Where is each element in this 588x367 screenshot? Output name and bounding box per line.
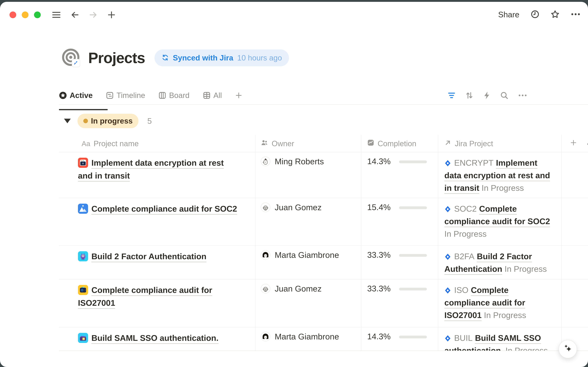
sync-icon bbox=[162, 54, 169, 62]
forward-icon[interactable] bbox=[89, 11, 97, 19]
table-row[interactable]: Build SAML SSO authentication. Marta Gia… bbox=[59, 327, 588, 351]
jira-project-cell[interactable]: B2FABuild 2 Factor Authentication In Pro… bbox=[438, 246, 562, 279]
close-window-button[interactable] bbox=[9, 11, 16, 18]
completion-percent: 15.4% bbox=[367, 202, 394, 212]
app-window: Share Proj bbox=[0, 2, 588, 367]
sync-badge-label: Synced with Jira bbox=[173, 53, 233, 62]
owner-name: Marta Giambrone bbox=[275, 250, 339, 260]
active-tab-underline bbox=[59, 109, 108, 110]
project-title-link[interactable]: Build SAML SSO authentication. bbox=[91, 333, 218, 344]
updates-clock-icon[interactable] bbox=[531, 10, 539, 19]
completion-percent: 33.3% bbox=[367, 250, 394, 259]
table-row[interactable]: Complete compliance audit for ISO27001 J… bbox=[59, 279, 588, 327]
owner-cell[interactable]: Marta Giambrone bbox=[255, 246, 361, 279]
filter-icon[interactable] bbox=[448, 92, 455, 99]
jira-sync-badge[interactable]: Synced with Jira 10 hours ago bbox=[155, 50, 289, 66]
project-name-cell[interactable]: Build 2 Factor Authentication bbox=[59, 246, 255, 279]
add-view-button[interactable] bbox=[235, 92, 242, 99]
progress-bar bbox=[399, 336, 427, 338]
jira-key: ENCRYPT bbox=[454, 158, 494, 167]
tab-board[interactable]: Board bbox=[158, 91, 190, 100]
table-row[interactable]: Implement data encryption at rest and in… bbox=[59, 152, 588, 198]
jira-status: In Progress bbox=[444, 229, 487, 238]
table-view-icon bbox=[203, 92, 211, 99]
external-arrow-icon bbox=[444, 139, 451, 148]
project-title-link[interactable]: Complete compliance audit for SOC2 bbox=[91, 204, 237, 215]
owner-cell[interactable]: Ming Roberts bbox=[255, 152, 361, 198]
favorite-star-icon[interactable] bbox=[551, 10, 560, 19]
sort-icon[interactable] bbox=[465, 91, 473, 100]
table-options-icon[interactable] bbox=[587, 139, 588, 148]
project-title-link[interactable]: Complete compliance audit for ISO27001 bbox=[78, 285, 212, 309]
projects-table: Aa Project name Owner Completion Jira P bbox=[59, 135, 588, 351]
sync-badge-time: 10 hours ago bbox=[237, 53, 282, 62]
completion-cell[interactable]: 33.3% bbox=[361, 279, 438, 327]
jira-logo-icon bbox=[444, 251, 451, 258]
search-icon[interactable] bbox=[500, 91, 508, 100]
collapse-group-icon[interactable] bbox=[64, 119, 71, 123]
jira-status: In Progress bbox=[505, 264, 547, 274]
jira-project-cell[interactable]: SOC2Complete compliance audit for SOC2 I… bbox=[438, 198, 562, 245]
project-name-cell[interactable]: Implement data encryption at rest and in… bbox=[59, 152, 255, 198]
avatar-marta bbox=[261, 332, 270, 342]
view-options-icon[interactable] bbox=[518, 93, 527, 98]
page-icon-target[interactable] bbox=[61, 48, 82, 68]
more-options-icon[interactable] bbox=[571, 12, 580, 17]
monster-emoji-icon bbox=[78, 251, 88, 261]
tab-label: Active bbox=[70, 91, 93, 100]
group-status-badge[interactable]: In progress bbox=[77, 114, 138, 128]
sidebar-menu-icon[interactable] bbox=[52, 11, 61, 18]
completion-cell[interactable]: 15.4% bbox=[361, 198, 438, 245]
project-name-cell[interactable]: Complete compliance audit for SOC2 bbox=[59, 198, 255, 245]
jira-logo-icon bbox=[444, 157, 451, 164]
tab-label: All bbox=[214, 91, 222, 100]
avatar-marta bbox=[261, 250, 270, 260]
tab-all[interactable]: All bbox=[203, 91, 222, 100]
column-header-completion[interactable]: Completion bbox=[361, 135, 438, 152]
safe-emoji-icon bbox=[78, 158, 88, 168]
jira-project-cell[interactable]: ENCRYPTImplement data encryption at rest… bbox=[438, 152, 562, 198]
completion-cell[interactable]: 14.3% bbox=[361, 327, 438, 351]
table-row[interactable]: Complete compliance audit for SOC2 Juan … bbox=[59, 198, 588, 246]
cardbox-emoji-icon bbox=[78, 333, 88, 343]
completion-percent: 33.3% bbox=[367, 284, 394, 293]
add-column-icon[interactable] bbox=[570, 139, 577, 148]
owner-cell[interactable]: Marta Giambrone bbox=[255, 327, 361, 351]
progress-bar bbox=[399, 160, 427, 163]
chart-icon bbox=[367, 139, 374, 148]
column-header-project-name[interactable]: Aa Project name bbox=[59, 135, 255, 152]
minimize-window-button[interactable] bbox=[22, 11, 28, 18]
tab-timeline[interactable]: Timeline bbox=[106, 91, 145, 100]
zoom-window-button[interactable] bbox=[34, 11, 41, 18]
sparkle-icon bbox=[566, 346, 571, 351]
project-name-cell[interactable]: Complete compliance audit for ISO27001 bbox=[59, 279, 255, 327]
owner-cell[interactable]: Juan Gomez bbox=[255, 279, 361, 327]
empty-cell bbox=[562, 279, 588, 327]
jira-project-cell[interactable]: ISOComplete compliance audit for ISO2700… bbox=[438, 279, 562, 327]
owner-name: Marta Giambrone bbox=[275, 332, 339, 341]
tab-active[interactable]: Active bbox=[59, 91, 93, 100]
titlebar: Share bbox=[0, 2, 588, 31]
back-icon[interactable] bbox=[71, 11, 79, 19]
project-title-link[interactable]: Build 2 Factor Authentication bbox=[91, 252, 207, 262]
project-name-cell[interactable]: Build SAML SSO authentication. bbox=[59, 327, 255, 351]
page-title: Projects bbox=[88, 49, 145, 67]
empty-cell bbox=[562, 152, 588, 198]
jira-key: B2FA bbox=[454, 252, 474, 261]
column-header-jira-project[interactable]: Jira Project bbox=[438, 135, 562, 152]
completion-percent: 14.3% bbox=[367, 332, 394, 341]
empty-cell bbox=[562, 246, 588, 279]
window-controls bbox=[9, 11, 41, 18]
share-button[interactable]: Share bbox=[498, 10, 519, 19]
completion-cell[interactable]: 14.3% bbox=[361, 152, 438, 198]
new-tab-icon[interactable] bbox=[108, 11, 116, 19]
jira-project-cell[interactable]: BUILBuild SAML SSO authentication. In Pr… bbox=[438, 327, 562, 351]
completion-cell[interactable]: 33.3% bbox=[361, 246, 438, 279]
progress-bar bbox=[399, 254, 427, 257]
notion-ai-button[interactable] bbox=[559, 340, 577, 358]
automations-lightning-icon[interactable] bbox=[483, 91, 490, 100]
project-title-link[interactable]: Implement data encryption at rest and in… bbox=[78, 158, 224, 182]
table-row[interactable]: Build 2 Factor Authentication Marta Giam… bbox=[59, 246, 588, 279]
column-header-owner[interactable]: Owner bbox=[255, 135, 361, 152]
owner-cell[interactable]: Juan Gomez bbox=[255, 198, 361, 245]
